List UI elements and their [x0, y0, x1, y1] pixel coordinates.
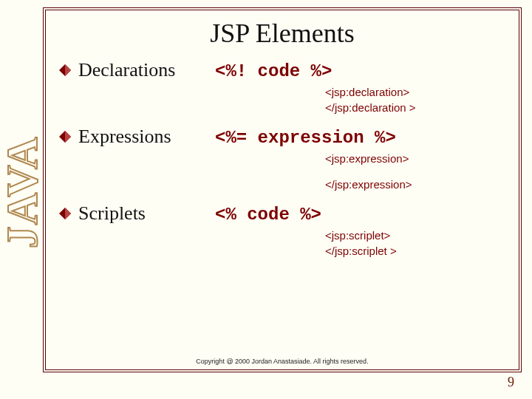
item-label: Expressions: [78, 126, 215, 148]
svg-marker-3: [65, 131, 71, 143]
java-vertical-banner: JAVA: [6, 66, 38, 318]
page-number: 9: [508, 375, 514, 390]
item-label: Scriplets: [78, 202, 215, 225]
list-item: Expressions <%= expression %>: [59, 126, 505, 148]
item-label: Declarations: [78, 59, 215, 81]
list-item: Scriplets <% code %>: [59, 202, 505, 225]
item-syntax: <%= expression %>: [215, 128, 396, 148]
page-title: JSP Elements: [59, 18, 505, 49]
svg-marker-1: [65, 64, 71, 76]
list-item: Declarations <%! code %>: [59, 59, 505, 81]
item-syntax: <%! code %>: [215, 61, 332, 81]
item-syntax: <% code %>: [215, 205, 321, 225]
diamond-bullet-icon: [59, 131, 71, 146]
copyright-text: Copyright @ 2000 Jordan Anastasiade. All…: [46, 358, 519, 365]
diamond-bullet-icon: [59, 208, 71, 222]
xml-close-tag: </jsp:scriplet >: [325, 243, 505, 259]
xml-tag-block: <jsp:expression> </jsp:expression>: [325, 151, 505, 192]
xml-open-tag: <jsp:declaration>: [325, 84, 505, 100]
xml-tag-block: <jsp:scriplet> </jsp:scriplet >: [325, 228, 505, 259]
xml-open-tag: <jsp:expression>: [325, 151, 505, 166]
diamond-bullet-icon: [59, 64, 71, 79]
xml-close-tag: </jsp:declaration >: [325, 100, 505, 115]
slide-frame: JSP Elements Declarations <%! code %> <j…: [43, 7, 522, 372]
xml-tag-block: <jsp:declaration> </jsp:declaration >: [325, 84, 505, 115]
svg-marker-5: [65, 208, 71, 219]
xml-close-tag: </jsp:expression>: [325, 177, 505, 192]
xml-open-tag: <jsp:scriplet>: [325, 228, 505, 243]
java-banner-text: JAVA: [0, 136, 48, 249]
